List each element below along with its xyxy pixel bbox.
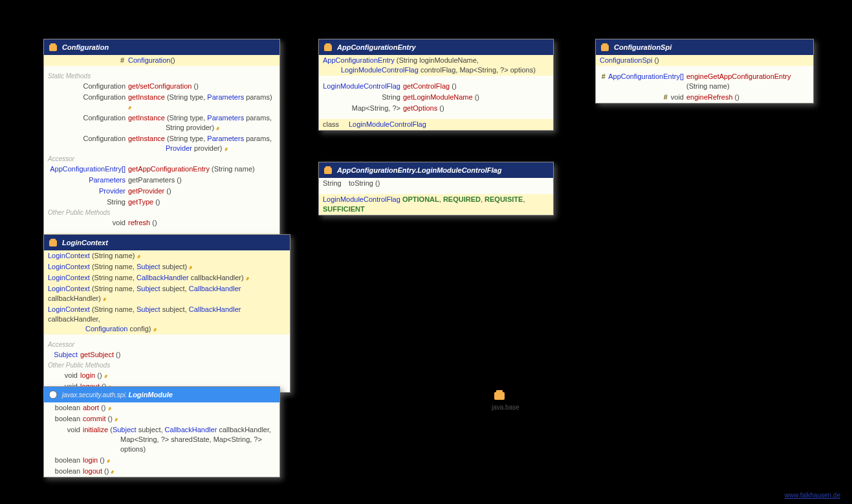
- constructor-row: LoginContext (String name, Subject subje…: [44, 283, 290, 304]
- package-icon: [493, 388, 506, 401]
- method-row: StringgetType (): [44, 197, 279, 208]
- class-icon: [323, 165, 333, 175]
- type-link[interactable]: Parameters: [89, 176, 126, 184]
- class-title: LoginContext: [62, 239, 108, 247]
- type-link[interactable]: LoginModuleControlFlag: [323, 195, 400, 203]
- type-link[interactable]: LoginContext: [48, 305, 90, 313]
- class-header: AppConfigurationEntry.LoginModuleControl…: [319, 162, 553, 178]
- type-link[interactable]: Configuration: [128, 56, 170, 64]
- diagram-canvas: Configuration # Configuration() Static M…: [0, 0, 852, 504]
- type-link[interactable]: Provider: [99, 187, 126, 195]
- type-link[interactable]: CallbackHandler: [165, 426, 217, 433]
- type-link[interactable]: Subject: [137, 305, 160, 313]
- type-link[interactable]: ConfigurationSpi: [600, 56, 652, 64]
- class-body: AppConfigurationEntry (String loginModul…: [319, 55, 553, 130]
- type-link[interactable]: LoginContext: [48, 274, 90, 281]
- method-row: AppConfigurationEntry[]getAppConfigurati…: [44, 164, 279, 175]
- class-title: Configuration: [62, 43, 109, 51]
- class-header: Configuration: [44, 39, 279, 55]
- type-link[interactable]: LoginContext: [48, 263, 90, 270]
- class-box-configspi: ConfigurationSpi ConfigurationSpi () # A…: [595, 39, 814, 104]
- type-link[interactable]: Subject: [113, 426, 137, 433]
- type-link[interactable]: LoginModuleControlFlag: [341, 66, 419, 74]
- package-prefix: javax.security.auth.spi.: [62, 391, 127, 399]
- class-box-logincontext: LoginContext LoginContext (String name) …: [43, 234, 290, 393]
- method-row: voidinitialize (Subject subject, Callbac…: [44, 424, 279, 455]
- interface-icon: [48, 389, 58, 400]
- constructor-row: AppConfigurationEntry (String loginModul…: [319, 55, 553, 76]
- method-row: ConfigurationgetInstance (String type, P…: [44, 92, 279, 113]
- constructor-row: # Configuration(): [44, 55, 279, 66]
- svg-rect-1: [50, 43, 56, 46]
- constructor-row: LoginContext (String name) ҂: [44, 250, 290, 261]
- spacer: [319, 114, 553, 119]
- class-box-appconfigentry: AppConfigurationEntry AppConfigurationEn…: [318, 39, 554, 131]
- type-link[interactable]: Parameters: [207, 93, 244, 101]
- type-link[interactable]: LoginModuleControlFlag: [349, 120, 426, 128]
- method-row: booleanabort () ҂: [44, 402, 279, 413]
- class-body: StringtoString () LoginModuleControlFlag…: [319, 178, 553, 215]
- spacer: [44, 334, 290, 340]
- type-link[interactable]: Subject: [137, 263, 160, 270]
- spacer: [319, 76, 553, 81]
- section-accessor: Accessor: [44, 340, 290, 349]
- type-link[interactable]: CallbackHandler: [137, 274, 189, 281]
- svg-rect-3: [50, 239, 56, 241]
- method-row: booleanlogout () ҂: [44, 466, 279, 477]
- source-link[interactable]: www.falkhausen.de: [785, 492, 840, 499]
- interface-header: javax.security.auth.spi. LoginModule: [44, 387, 279, 402]
- type-link[interactable]: Subject: [54, 351, 78, 358]
- method-row: Configurationget/setConfiguration (): [44, 81, 279, 92]
- enum-value: REQUISITE: [485, 195, 523, 203]
- svg-rect-10: [602, 43, 607, 46]
- method-row: voidrefresh (): [44, 217, 279, 228]
- type-link[interactable]: Parameters: [207, 135, 244, 142]
- constructor-sig: Configuration(): [128, 56, 276, 65]
- method-row: StringtoString (): [319, 178, 553, 189]
- type-link[interactable]: Provider: [166, 144, 192, 152]
- class-icon: [48, 42, 58, 52]
- method-row: voidlogin () ҂: [44, 370, 290, 381]
- type-link[interactable]: AppConfigurationEntry[]: [608, 72, 684, 80]
- method-row: booleancommit () ҂: [44, 413, 279, 424]
- method-row: ConfigurationgetInstance (String type, P…: [44, 113, 279, 133]
- method-row: ParametersgetParameters (): [44, 175, 279, 186]
- protected-marker: #: [48, 56, 128, 65]
- class-title: LoginModule: [128, 391, 172, 399]
- enum-row: LoginModuleControlFlag OPTIONAL, REQUIRE…: [319, 194, 553, 215]
- class-body: # Configuration() Static Methods Configu…: [44, 55, 279, 245]
- class-body: LoginContext (String name) ҂ LoginContex…: [44, 250, 290, 392]
- class-title: AppConfigurationEntry.LoginModuleControl…: [337, 166, 501, 174]
- type-link[interactable]: Subject: [137, 285, 160, 292]
- class-icon: [600, 42, 610, 52]
- protected-marker: #: [602, 72, 606, 80]
- type-link[interactable]: AppConfigurationEntry[]: [50, 165, 126, 173]
- type-link[interactable]: LoginContext: [48, 252, 90, 259]
- type-link[interactable]: LoginContext: [48, 285, 90, 292]
- section-accessor: Accessor: [44, 154, 279, 164]
- enum-value: OPTIONAL: [402, 195, 439, 203]
- type-link[interactable]: Parameters: [207, 114, 244, 122]
- type-link[interactable]: AppConfigurationEntry: [323, 56, 395, 64]
- class-header: ConfigurationSpi: [596, 39, 813, 55]
- method-row: StringgetLoginModuleName (): [319, 92, 553, 103]
- type-link[interactable]: CallbackHandler: [189, 305, 241, 313]
- spacer: [596, 66, 813, 71]
- type-link[interactable]: CallbackHandler: [189, 285, 241, 292]
- class-icon: [48, 237, 58, 248]
- svg-rect-12: [496, 390, 503, 393]
- method-row: ProvidergetProvider (): [44, 186, 279, 197]
- svg-rect-8: [325, 166, 331, 169]
- protected-marker: #: [664, 93, 668, 101]
- type-link[interactable]: LoginModuleControlFlag: [323, 82, 400, 90]
- method-name: get/setConfiguration: [128, 82, 191, 90]
- class-title: ConfigurationSpi: [614, 43, 672, 51]
- method-row: Map<String, ?>getOptions (): [319, 103, 553, 114]
- type-link[interactable]: Configuration: [85, 325, 127, 333]
- class-body: ConfigurationSpi () # AppConfigurationEn…: [596, 55, 813, 103]
- class-title: AppConfigurationEntry: [337, 43, 416, 51]
- class-body: booleanabort () ҂ booleancommit () ҂ voi…: [44, 402, 279, 477]
- enum-value: SUFFICIENT: [323, 205, 365, 213]
- method-row: LoginModuleControlFlaggetControlFlag (): [319, 81, 553, 92]
- constructor-row: ConfigurationSpi (): [596, 55, 813, 66]
